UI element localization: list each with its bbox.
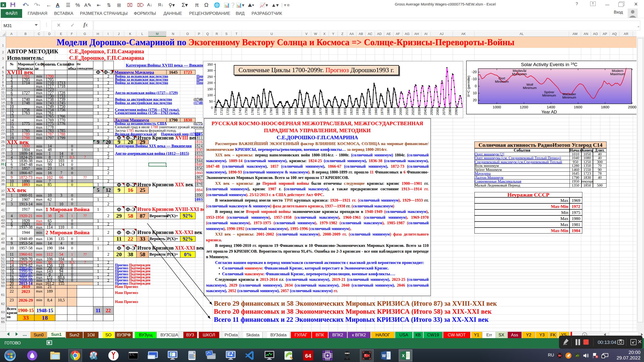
svg-text:W: W <box>382 354 386 358</box>
svg-text:64: 64 <box>305 353 311 359</box>
svg-text:0: 0 <box>193 352 195 354</box>
svg-text:X: X <box>402 354 405 358</box>
svg-text:C:\_: C:\_ <box>130 353 135 356</box>
